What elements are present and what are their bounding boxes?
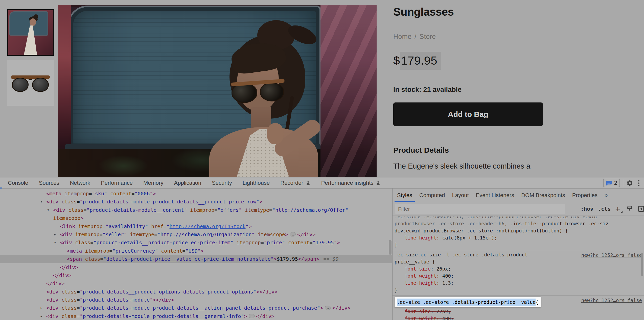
sidebar-tab-styles[interactable]: Styles <box>394 189 416 202</box>
expand-ellipsis-button[interactable]: … <box>290 232 296 236</box>
breadcrumb-store-link[interactable]: Store <box>420 33 436 41</box>
paint-brush-icon[interactable] <box>626 205 633 212</box>
sidebar-tab-event-listeners[interactable]: Event Listeners <box>472 189 518 202</box>
stylesheet-source-link[interactable]: new?hc=1252…ors=false <box>581 252 642 259</box>
dom-line[interactable]: ▾<div class="product-details__product-pr… <box>0 238 392 247</box>
expand-ellipsis-button[interactable]: … <box>249 314 255 318</box>
expand-arrow-icon[interactable]: ▸ <box>54 230 56 238</box>
thumbnail-model-photo[interactable] <box>7 9 54 56</box>
dom-panel-scrollbar[interactable] <box>389 240 392 255</box>
styles-sidebar: StylesComputedLayoutEvent ListenersDOM B… <box>393 189 644 320</box>
dom-line[interactable]: ▾<div class="product-details-module__con… <box>0 206 392 214</box>
sidebar-tab-more[interactable]: » <box>601 189 611 202</box>
dom-line[interactable]: ▸<div class="product-details-module prod… <box>0 312 392 320</box>
stylesheet-source-link[interactable]: new?hc=1252…ors=false <box>581 297 642 304</box>
css-property[interactable]: line-height: 1.3; <box>395 279 644 286</box>
tab-console[interactable]: Console <box>3 177 34 188</box>
expand-ellipsis-button[interactable]: … <box>325 306 331 310</box>
css-property[interactable]: font-size: 26px; <box>395 265 644 272</box>
expand-arrow-icon[interactable]: ▸ <box>40 312 43 320</box>
thumbnail-sunglasses-photo[interactable] <box>7 60 54 106</box>
dom-line[interactable]: ▸<div class="product-details-module prod… <box>0 304 392 312</box>
price-value-highlighted: 179.95 <box>400 52 441 70</box>
rule-selector[interactable]: productBrowser .ec-store .ec-header-h6, … <box>395 220 644 227</box>
pseudo-state-toggle[interactable]: :hov <box>581 206 593 212</box>
attribute-link[interactable]: http://schema.org/InStock <box>170 223 246 229</box>
tab-sources[interactable]: Sources <box>34 177 65 188</box>
sidebar-tab-dom-breakpoints[interactable]: DOM Breakpoints <box>518 189 569 202</box>
issues-badge-button[interactable]: 2 <box>603 179 620 187</box>
style-rule: .ec-store .ec-header-h5, .ins-tile--prod… <box>393 216 644 250</box>
styles-sidebar-tabs: StylesComputedLayoutEvent ListenersDOM B… <box>393 189 644 202</box>
dom-line[interactable]: <span class="details-product-price__valu… <box>0 255 392 263</box>
css-property[interactable]: line-height: calc(8px + 1.15em); <box>395 234 644 241</box>
rule-selector[interactable]: price__value { <box>395 258 644 265</box>
styles-filter-input[interactable] <box>395 204 565 214</box>
page-title: Sunglasses <box>393 6 454 18</box>
more-vertical-icon[interactable] <box>636 180 641 186</box>
sidebar-tab-computed[interactable]: Computed <box>416 189 449 202</box>
toolbar-divider <box>623 179 623 186</box>
product-photo <box>58 5 377 177</box>
rule-selector[interactable]: .ec-store .ec-header-h5, .ins-tile--prod… <box>395 217 644 220</box>
tab-lighthouse[interactable]: Lighthouse <box>237 177 275 188</box>
sunglasses-drawing <box>11 75 50 92</box>
settings-gear-icon[interactable] <box>626 180 633 186</box>
style-rule: new?hc=1252…ors=false.ec-size.ec-size--l… <box>393 250 644 296</box>
stock-status: In stock: 21 available <box>393 86 462 94</box>
devtools-toolbar-right: 2 <box>603 177 641 189</box>
dom-line[interactable]: <div class="product-details__product-opt… <box>0 288 392 296</box>
sidebar-tab-layout[interactable]: Layout <box>448 189 472 202</box>
collapse-arrow-icon[interactable]: ▾ <box>40 198 43 206</box>
dom-line[interactable]: ▾<div class="product-details-module prod… <box>0 198 392 206</box>
css-property[interactable]: font-weight: 400; <box>395 315 644 320</box>
tab-performance[interactable]: Performance <box>96 177 138 188</box>
tab-security[interactable]: Security <box>206 177 237 188</box>
sidebar-tab-properties[interactable]: Properties <box>569 189 601 202</box>
css-property[interactable]: font-size: 22px; <box>395 308 644 315</box>
new-style-rule-button[interactable]: + <box>615 206 622 211</box>
tab-network[interactable]: Network <box>64 177 96 188</box>
breadcrumb-separator: / <box>415 33 417 41</box>
message-bubble-icon <box>606 180 612 186</box>
rule-close-brace: } <box>395 286 644 294</box>
product-details-heading: Product Details <box>393 146 449 154</box>
styles-rules: .ec-store .ec-header-h5, .ins-tile--prod… <box>393 216 644 320</box>
dom-line[interactable]: </div> <box>0 271 392 279</box>
element-classes-toggle[interactable]: .cls <box>598 206 611 212</box>
dom-line[interactable]: </div> <box>0 263 392 271</box>
dom-line[interactable]: itemscope> <box>0 214 392 222</box>
product-page: Sunglasses Home / Store $179.95 In stock… <box>0 0 644 177</box>
expand-arrow-icon[interactable]: ▸ <box>40 304 43 312</box>
thumbnail-figure <box>34 14 38 18</box>
dom-line[interactable]: ▸<div itemprop="seller" itemtype="http:/… <box>0 230 392 238</box>
experiment-flask-icon <box>376 181 381 186</box>
dom-tree: <meta itemprop="sku" content="0006">▾<di… <box>0 190 392 320</box>
css-property[interactable]: font-weight: 400; <box>395 272 644 279</box>
add-to-bag-button[interactable]: Add to Bag <box>393 102 543 126</box>
product-description: The Eugene's sleek silhouette combines a <box>393 162 530 170</box>
dom-line[interactable]: </div> <box>0 279 392 287</box>
tab-recorder[interactable]: Recorder <box>275 177 316 188</box>
dom-line[interactable]: <link itemprop="availability" href="http… <box>0 222 392 230</box>
elements-dom-panel: <meta itemprop="sku" content="0006">▾<di… <box>0 189 393 320</box>
rule-close-brace: } <box>395 241 644 248</box>
style-rule: new?hc=1252…ors=false.ec-size .ec-store … <box>393 296 644 320</box>
product-info-column: Sunglasses Home / Store $179.95 In stock… <box>393 0 644 177</box>
collapse-arrow-icon[interactable]: ▾ <box>54 238 56 247</box>
rule-selector[interactable]: div.ecwid-productBrowser .ec-store :not(… <box>395 227 644 234</box>
dom-line[interactable]: <meta itemprop="sku" content="0006"> <box>0 190 392 198</box>
issues-count: 2 <box>614 180 617 186</box>
selector-edit-box[interactable]: .ec-size .ec-store .details-product-pric… <box>395 297 541 307</box>
styles-panel-scrollbar[interactable] <box>641 253 643 276</box>
tab-performance-insights[interactable]: Performance insights <box>316 177 386 188</box>
tab-memory[interactable]: Memory <box>138 177 169 188</box>
dollar-zero-annotation: == $0 <box>323 256 338 262</box>
dom-line[interactable]: <div class="product-details-module"></di… <box>0 296 392 304</box>
sidebar-toggle-icon[interactable] <box>638 205 644 212</box>
tab-application[interactable]: Application <box>169 177 207 188</box>
breadcrumb-home-link[interactable]: Home <box>393 33 411 41</box>
dom-line[interactable]: <meta itemprop="priceCurrency" content="… <box>0 247 392 255</box>
collapse-arrow-icon[interactable]: ▾ <box>47 206 50 214</box>
thumbnail-figure <box>30 18 36 26</box>
